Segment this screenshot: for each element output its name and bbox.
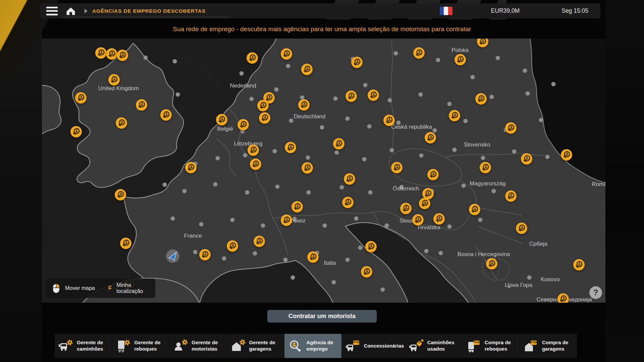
country-label: Kosovo [541,276,560,283]
agency-marker[interactable] [301,162,313,174]
agency-marker[interactable] [246,52,258,64]
agency-marker[interactable] [479,162,491,174]
agency-marker[interactable] [413,47,425,59]
agency-marker[interactable] [298,99,310,111]
agency-marker[interactable] [253,235,265,247]
city-dot [367,124,372,128]
agency-marker[interactable] [573,259,585,271]
city-dot [545,155,549,159]
tab-buy-trailers[interactable]: Compra de reboques [463,334,520,358]
city-dot [274,87,278,92]
agency-marker[interactable] [505,190,517,202]
agency-marker[interactable] [391,162,403,174]
europe-map[interactable]: United KingdomNederlandDeutschlandBelgië… [42,39,605,303]
city-dot [216,156,220,160]
agency-marker[interactable] [433,213,445,225]
country-label: Italia [324,260,336,266]
tab-driver-manager[interactable]: Gerente de motoristas [169,334,227,358]
city-dot [523,69,527,73]
agency-marker[interactable] [521,153,533,165]
tab-dealerships[interactable]: Concessionárias [342,334,405,358]
agency-marker[interactable] [116,49,128,61]
agency-marker[interactable] [291,201,303,213]
agency-marker[interactable] [280,214,292,226]
city-dot [419,154,423,158]
agency-marker[interactable] [95,47,107,59]
agency-marker[interactable] [280,48,292,60]
agency-marker[interactable] [486,258,498,270]
agency-marker[interactable] [108,74,120,86]
agency-marker[interactable] [136,99,148,111]
tab-truck-manager[interactable]: Gerente de caminhões [55,334,112,358]
city-dot [175,93,180,97]
agency-marker[interactable] [477,39,489,48]
agency-marker[interactable] [75,92,87,104]
city-dot [424,249,428,253]
agency-marker[interactable] [361,266,373,278]
agency-marker[interactable] [185,162,197,174]
agency-marker[interactable] [342,196,354,208]
city-dot [464,119,468,123]
city-dot [289,119,293,123]
city-dot [481,156,485,160]
agency-marker[interactable] [114,189,126,201]
tab-employment-agency[interactable]: Agência de emprego [284,334,342,358]
agency-marker[interactable] [469,203,481,216]
city-dot [354,217,359,221]
agency-marker[interactable] [412,214,424,226]
agency-marker[interactable] [454,54,466,66]
agency-marker[interactable] [257,100,269,112]
city-dot [358,246,363,250]
agency-marker[interactable] [557,293,569,303]
agency-marker[interactable] [345,90,357,102]
agency-marker[interactable] [343,173,356,185]
agency-marker[interactable] [383,114,395,126]
agency-marker[interactable] [237,119,249,131]
agency-marker[interactable] [516,222,528,234]
agency-marker[interactable] [424,132,436,144]
agency-marker[interactable] [199,249,211,261]
agency-marker[interactable] [284,141,297,154]
tab-trailer-manager[interactable]: Gerente de reboques [112,334,169,358]
city-dot [381,287,385,292]
agency-marker[interactable] [560,149,573,161]
agency-marker[interactable] [365,241,377,253]
tab-used-trucks[interactable]: Caminhões usados [405,334,463,358]
city-dot [323,223,327,228]
home-icon[interactable] [66,7,76,15]
city-dot [492,189,496,193]
agency-marker[interactable] [475,93,487,105]
city-dot [170,217,175,221]
menu-icon[interactable] [46,7,58,15]
agency-marker[interactable] [247,144,259,156]
tab-buy-garages[interactable]: Compra de garagens [520,334,577,358]
top-bar: AGÊNCIAS DE EMPREGO DESCOBERTAS EUR39,0M… [40,3,600,18]
tab-garage-manager[interactable]: Gerente de garagens [227,334,284,358]
agency-marker[interactable] [400,202,412,215]
agency-marker[interactable] [226,240,238,252]
agency-marker[interactable] [120,237,132,249]
agency-marker[interactable] [333,138,345,150]
agency-marker[interactable] [216,114,228,126]
agency-marker[interactable] [505,122,517,134]
agency-marker[interactable] [301,63,313,75]
city-dot [452,147,457,152]
help-button[interactable]: ? [589,286,602,299]
agency-marker[interactable] [106,48,118,60]
city-dot [199,222,204,226]
agency-marker[interactable] [307,251,319,263]
agency-marker[interactable] [351,56,363,68]
agency-marker[interactable] [250,158,262,170]
city-dot [478,218,483,222]
agency-marker[interactable] [160,109,172,121]
mouse-icon [52,283,60,294]
agency-marker[interactable] [419,197,431,209]
agency-marker[interactable] [448,110,461,122]
city-dot [182,189,187,193]
agency-marker[interactable] [367,89,379,101]
agency-marker[interactable] [115,117,127,129]
agency-marker[interactable] [259,112,271,124]
hire-driver-button[interactable]: Contratar um motorista [267,310,377,322]
agency-marker[interactable] [70,126,82,138]
agency-marker[interactable] [427,169,439,181]
